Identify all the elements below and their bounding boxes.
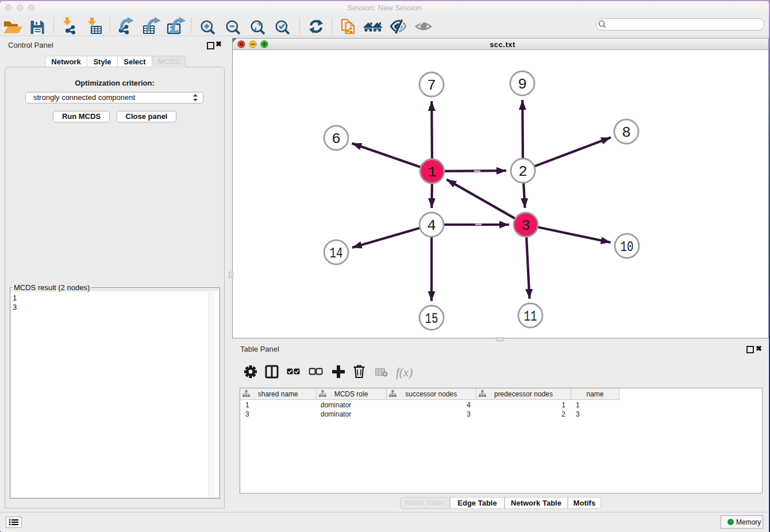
svg-text:10: 10 bbox=[621, 238, 634, 256]
svg-text:14: 14 bbox=[330, 245, 343, 262]
svg-text:9: 9 bbox=[518, 76, 527, 93]
svg-text:2: 2 bbox=[518, 163, 528, 180]
svg-text:3: 3 bbox=[521, 217, 530, 234]
svg-text:8: 8 bbox=[622, 124, 631, 141]
svg-text:4: 4 bbox=[427, 217, 436, 234]
svg-text:15: 15 bbox=[425, 310, 438, 327]
svg-text:11: 11 bbox=[524, 308, 537, 325]
svg-text:6: 6 bbox=[332, 130, 341, 148]
svg-text:f(x): f(x) bbox=[396, 365, 413, 379]
svg-text:1: 1 bbox=[428, 164, 437, 181]
svg-text:7: 7 bbox=[427, 77, 436, 94]
